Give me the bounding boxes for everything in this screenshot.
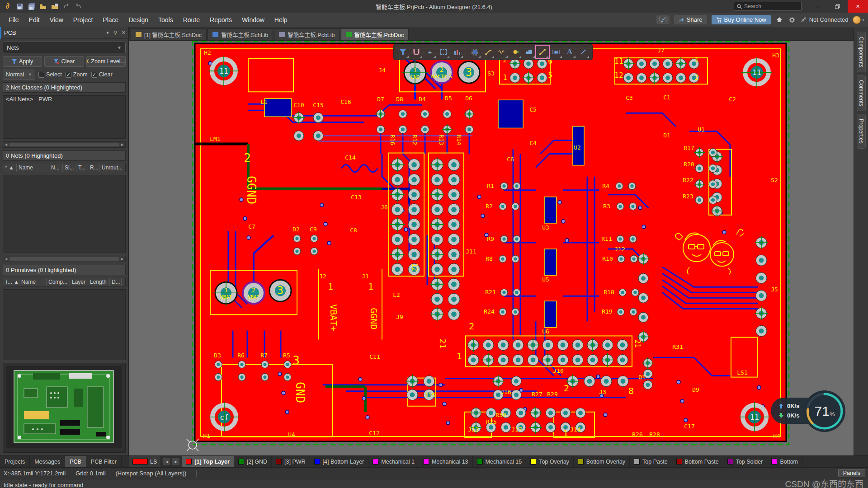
net-class-row[interactable]: PWR	[36, 95, 55, 103]
doc-tab[interactable]: 智能车主板.PcbDoc	[341, 28, 409, 40]
primitives-column-headers[interactable]: T... ▲NameComp...LayerLengthD...	[3, 278, 126, 286]
highlight-mode-select[interactable]: Normal▼	[3, 70, 35, 80]
buy-online-button[interactable]: Buy Online Now	[712, 15, 771, 24]
scroll-left-icon[interactable]: ◄	[4, 257, 8, 261]
home-icon[interactable]	[775, 16, 783, 24]
column-header[interactable]: Comp...	[47, 278, 70, 286]
menu-tools[interactable]: Tools	[154, 14, 177, 25]
column-header[interactable]: T... ▲	[3, 278, 19, 286]
menu-place[interactable]: Place	[99, 14, 123, 25]
dimension-tool-icon[interactable]: 10	[550, 46, 562, 58]
column-header[interactable]: Name	[19, 278, 47, 286]
panel-dropdown-icon[interactable]: ▾	[106, 30, 109, 36]
doc-tab[interactable]: 智能车主板.SchLib	[208, 28, 273, 40]
nets-list[interactable]	[3, 175, 126, 253]
panel-close-icon[interactable]: ✕	[122, 30, 126, 36]
open-icon[interactable]	[39, 2, 47, 10]
crosshair-tool-icon[interactable]: +	[424, 46, 436, 58]
close-button[interactable]: ×	[848, 0, 868, 13]
layer-tab[interactable]: [3] PWR	[272, 456, 310, 467]
alignment-tool-icon[interactable]	[451, 46, 463, 58]
memory-gauge[interactable]: 71%	[804, 390, 845, 432]
right-tab-comments[interactable]: Comments	[857, 75, 866, 111]
menu-view[interactable]: View	[46, 14, 67, 25]
panel-tab-messages[interactable]: Messages	[30, 456, 65, 467]
interactive-route-icon[interactable]	[536, 46, 549, 58]
gear-icon[interactable]	[788, 16, 796, 24]
redo-icon[interactable]	[74, 2, 82, 10]
speed-gauge-overlay[interactable]: 0K/s 0K/s 71%	[771, 390, 845, 432]
menu-project[interactable]: Project	[69, 14, 97, 25]
filter-type-select[interactable]: Nets▼	[3, 42, 126, 53]
column-header[interactable]: Si...	[63, 164, 76, 172]
layer-set-tab[interactable]: LS	[129, 456, 161, 467]
checkbox-select[interactable]: Select	[38, 71, 62, 78]
doc-tab[interactable]: [1] 智能车主板.SchDoc	[131, 28, 207, 40]
horizontal-scrollbar[interactable]: ◄►	[3, 141, 126, 148]
route-tool-icon[interactable]	[482, 46, 495, 58]
net-classes-list[interactable]: <All Nets>PWR	[3, 95, 126, 139]
scroll-thumb[interactable]	[9, 143, 119, 146]
layer-scroll-right[interactable]: ►	[172, 458, 180, 466]
menu-design[interactable]: Design	[124, 14, 152, 25]
open-project-icon[interactable]	[51, 2, 59, 10]
nets-column-headers[interactable]: * ▲NameN...Si...T...R...Unrout...	[3, 164, 126, 172]
menu-file[interactable]: File	[5, 14, 23, 25]
clear-button[interactable]: Clear	[44, 56, 84, 67]
menu-window[interactable]: Window	[238, 14, 269, 25]
zoom-level-button[interactable]: Zoom Level...	[86, 56, 126, 67]
right-tab-components[interactable]: Components	[857, 32, 866, 72]
column-header[interactable]: Layer	[70, 278, 88, 286]
layer-tab[interactable]: Mechanical 15	[473, 456, 527, 467]
via-tool-icon[interactable]	[509, 46, 522, 58]
scroll-left-icon[interactable]: ◄	[4, 142, 8, 147]
layer-tab[interactable]: Mechanical 1	[368, 456, 419, 467]
net-class-row[interactable]: <All Nets>	[3, 95, 36, 103]
column-header[interactable]: D...	[110, 278, 122, 286]
doc-tab[interactable]: 智能车主板.PcbLib	[274, 28, 340, 40]
right-tab-properties[interactable]: Properties	[857, 114, 866, 149]
menu-reports[interactable]: Reports	[206, 14, 236, 25]
column-header[interactable]: T...	[76, 164, 88, 172]
polygon-pour-icon[interactable]	[523, 46, 535, 58]
layer-tab[interactable]: [4] Bottom Layer	[310, 456, 369, 467]
panel-tab-pcb[interactable]: PCB	[65, 456, 86, 467]
layer-tab[interactable]: Mechanical 13	[419, 456, 473, 467]
share-button[interactable]: Share	[674, 15, 707, 24]
pin-icon[interactable]: ⚲	[113, 30, 117, 36]
restore-button[interactable]	[827, 0, 848, 13]
minimize-button[interactable]: –	[807, 0, 827, 13]
comment-button[interactable]	[656, 15, 670, 24]
line-tool-icon[interactable]	[577, 46, 590, 58]
scroll-right-icon[interactable]: ►	[120, 142, 124, 147]
layer-tab[interactable]: Bottom Overlay	[574, 456, 630, 467]
undo-icon[interactable]	[62, 2, 71, 10]
panel-tab-pcb-filter[interactable]: PCB Filter	[86, 456, 122, 467]
menu-route[interactable]: Route	[179, 14, 204, 25]
filter-tool-icon[interactable]	[396, 46, 409, 58]
horizontal-scrollbar[interactable]: ◄►	[3, 256, 126, 262]
checkbox-zoom[interactable]: Zoom	[66, 71, 88, 78]
connection-status[interactable]: Not Connected	[801, 16, 849, 23]
layer-tab[interactable]: Top Paste	[630, 456, 672, 467]
layer-tab[interactable]: Top Overlay	[526, 456, 574, 467]
column-header[interactable]: R...	[88, 164, 100, 172]
menu-help[interactable]: Help	[270, 14, 292, 25]
pcb-canvas[interactable]: 1GND2NetJ8_531VBAT2VBAT31111cf11H2J4S3J7…	[129, 41, 854, 455]
column-header[interactable]: N...	[49, 164, 63, 172]
save-all-icon[interactable]	[27, 2, 35, 10]
layer-tab[interactable]: [1] Top Layer	[182, 456, 234, 467]
menu-edit[interactable]: Edit	[25, 14, 44, 25]
scroll-thumb[interactable]	[9, 257, 119, 261]
text-tool-icon[interactable]: A	[563, 46, 576, 58]
save-icon[interactable]	[15, 2, 24, 10]
layer-tab[interactable]: Bottom Paste	[672, 456, 723, 467]
user-menu[interactable]: ▾	[853, 16, 864, 24]
layer-tab[interactable]: [2] GND	[234, 456, 272, 467]
snap-magnet-icon[interactable]	[410, 46, 423, 58]
panel-tab-projects[interactable]: Projects	[0, 456, 30, 467]
place-component-icon[interactable]	[468, 46, 481, 58]
layer-scroll-left[interactable]: ◄	[163, 458, 171, 466]
board-preview[interactable]	[3, 363, 126, 453]
panels-button[interactable]: Panels	[838, 469, 865, 477]
